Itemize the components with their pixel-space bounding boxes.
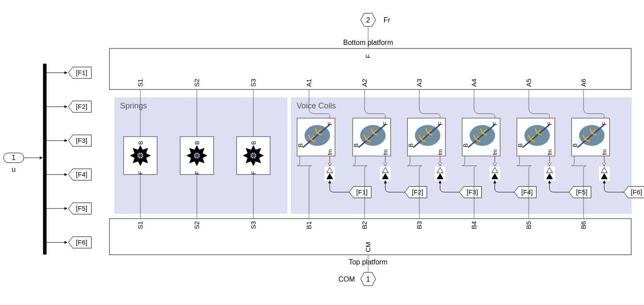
bottom-platform-port: A1: [305, 79, 313, 87]
vc-port-F: F: [382, 122, 389, 125]
goto-tag-label: [F2]: [76, 103, 87, 110]
simulink-to-ps-converter: [324, 167, 335, 181]
simulink-to-ps-converter: [599, 167, 610, 181]
top-platform-port: B6: [580, 221, 587, 229]
top-platform-port: B2: [361, 221, 368, 229]
from-tag-label: [F2]: [412, 188, 423, 196]
top-platform-port-CM: CM: [364, 242, 372, 252]
vc-port-F: F: [327, 122, 333, 125]
goto-tag-label: [F3]: [76, 137, 87, 144]
vc-port-F: F: [601, 122, 608, 125]
top-platform-port: B1: [305, 221, 313, 229]
spring-port-F: F: [194, 171, 200, 175]
conn-port-bottom-label: COM: [339, 275, 355, 283]
goto-tag-label: [F1]: [76, 69, 87, 76]
conn-port-top-num: 2: [366, 16, 370, 24]
vc-port-fm: fm: [602, 149, 608, 155]
from-tag-label: [F3]: [467, 188, 478, 196]
bottom-platform-port: A3: [415, 79, 423, 87]
bottom-platform-port: A2: [361, 79, 368, 87]
bottom-platform-port: A5: [525, 79, 532, 87]
vc-port-B: B: [572, 143, 578, 147]
vc-port-B: B: [353, 143, 359, 147]
voice-coils-title: Voice Coils: [297, 101, 336, 110]
goto-tag-label: [F4]: [76, 171, 87, 178]
bottom-platform-port: S1: [136, 79, 144, 87]
spring-port-F: F: [137, 171, 144, 175]
bushing-icon: [187, 146, 207, 165]
goto-tag-label: [F6]: [76, 238, 87, 246]
bottom-platform-port: A6: [580, 79, 587, 87]
vc-port-fm: fm: [327, 149, 333, 155]
bottom-platform-port-F: F: [364, 54, 372, 58]
spring-port-B: B: [194, 141, 200, 145]
spring-port-B: B: [250, 141, 257, 145]
demux: [43, 64, 46, 254]
inport-label: u: [12, 166, 16, 173]
simulink-to-ps-converter: [544, 167, 555, 181]
bushing-icon: [244, 146, 263, 165]
from-tag-label: [F4]: [521, 188, 533, 196]
bushing-icon: [131, 146, 150, 165]
simulink-to-ps-converter: [380, 167, 391, 181]
top-platform-port: B5: [525, 221, 532, 229]
springs-title: Springs: [120, 101, 147, 110]
vc-port-F: F: [546, 122, 553, 125]
bottom-platform-port: S2: [193, 79, 200, 87]
from-tag-label: [F1]: [356, 188, 368, 196]
top-platform-port: S2: [193, 221, 200, 229]
spring-port-F: F: [250, 171, 257, 175]
simulink-diagram: 1u[F1][F2][F3][F4][F5][F6]2FrBottom plat…: [0, 0, 644, 305]
vc-port-B: B: [462, 143, 469, 147]
bottom-platform-port: A4: [470, 79, 478, 87]
simulink-to-ps-converter: [490, 167, 500, 181]
vc-port-fm: fm: [383, 149, 389, 155]
conn-port-top-label: Fr: [384, 16, 391, 24]
spring-port-B: B: [137, 141, 144, 145]
vc-port-fm: fm: [492, 149, 498, 155]
top-platform-port: S1: [136, 221, 144, 229]
vc-port-F: F: [437, 122, 444, 125]
top-platform-port: B4: [470, 221, 478, 229]
bottom-platform-port: S3: [249, 79, 257, 87]
vc-port-fm: fm: [437, 149, 444, 155]
vc-port-B: B: [517, 143, 523, 147]
simulink-to-ps-converter: [435, 167, 445, 181]
goto-tag-label: [F5]: [76, 205, 87, 212]
from-tag-label: [F5]: [576, 188, 588, 196]
inport-num: 1: [12, 154, 16, 161]
bottom-platform-title: Bottom platform: [343, 39, 393, 46]
top-platform-port: B3: [415, 221, 423, 229]
vc-port-B: B: [407, 143, 414, 147]
conn-port-bottom-num: 1: [366, 275, 370, 283]
top-platform-port: S3: [249, 221, 257, 229]
from-tag-label: [F6]: [631, 188, 642, 196]
vc-port-F: F: [492, 122, 498, 125]
vc-port-B: B: [297, 143, 304, 147]
vc-port-fm: fm: [547, 149, 553, 155]
